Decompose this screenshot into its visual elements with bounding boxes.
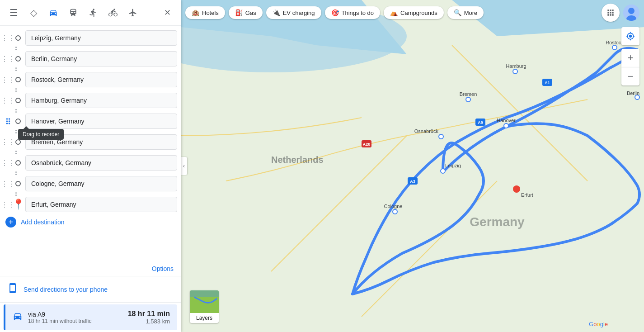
flight-mode-icon[interactable]: [124, 4, 142, 22]
waypoints-list: ⋮⋮ ⋮⋮: [0, 26, 181, 263]
svg-rect-37: [190, 290, 219, 297]
waypoint-input-4[interactable]: [25, 93, 177, 108]
svg-text:Hamburg: Hamburg: [506, 63, 526, 69]
waypoint-input-5[interactable]: [25, 114, 177, 129]
waypoint-icon-1: [13, 33, 24, 43]
route-info: via A9 18 hr 11 min without traffic: [28, 311, 122, 324]
search-icon[interactable]: ◇: [24, 4, 42, 22]
close-button[interactable]: ✕: [158, 4, 176, 22]
add-destination-row[interactable]: + Add destination: [0, 213, 181, 231]
drag-handle-3[interactable]: ⋮⋮: [4, 76, 13, 84]
send-directions-icon: [7, 283, 18, 296]
waypoint-row-1: ⋮⋮: [0, 29, 181, 47]
gas-label: Gas: [245, 9, 256, 16]
map-top-right: [602, 4, 639, 22]
transit-mode-icon[interactable]: [64, 4, 82, 22]
camp-icon: ⛺: [390, 9, 398, 16]
send-directions-label: Send directions to your phone: [24, 286, 108, 293]
map-topbar: 🏨 Hotels ⛽ Gas 🔌 EV charging 🎯 Things to…: [181, 0, 644, 25]
driving-mode-icon[interactable]: [44, 4, 62, 22]
svg-text:Erfurt: Erfurt: [521, 192, 533, 198]
waypoint-icon-8: [13, 178, 24, 189]
waypoint-input-1[interactable]: [25, 30, 177, 46]
svg-text:Germany: Germany: [470, 215, 525, 229]
waypoint-row-2: ⋮⋮: [0, 50, 181, 67]
drag-handle-7[interactable]: ⋮⋮: [4, 159, 13, 167]
hotels-pill[interactable]: 🏨 Hotels: [185, 6, 225, 19]
waypoint-row-5: Drag to reorder: [0, 113, 181, 130]
things-label: Things to do: [342, 9, 374, 16]
things-to-do-pill[interactable]: 🎯 Things to do: [325, 6, 381, 19]
cycling-mode-icon[interactable]: [104, 4, 122, 22]
waypoint-icon-2: [13, 53, 24, 64]
svg-text:A3: A3: [410, 179, 415, 184]
svg-point-13: [513, 185, 520, 193]
waypoint-icon-3: [13, 74, 24, 85]
drag-handle-1[interactable]: ⋮⋮: [4, 34, 13, 43]
svg-text:Bremen: Bremen: [460, 91, 477, 97]
walking-mode-icon[interactable]: [84, 4, 102, 22]
more-label: More: [464, 9, 478, 16]
svg-point-10: [466, 97, 470, 102]
layers-thumbnail: [190, 290, 219, 313]
waypoint-icon-9: 📍: [13, 199, 24, 210]
map-area[interactable]: Rostock Hamburg Berlin Bremen Hanover Os…: [181, 0, 644, 332]
drag-handle-6[interactable]: ⋮⋮: [4, 138, 13, 147]
user-avatar[interactable]: [623, 5, 639, 21]
waypoint-row-3: ⋮⋮: [0, 71, 181, 88]
waypoints-container: ⋮⋮ ⋮⋮: [0, 29, 181, 213]
layers-label: Layers: [196, 313, 212, 323]
svg-point-7: [612, 45, 617, 50]
sidebar-collapse-button[interactable]: ‹: [181, 157, 187, 175]
zoom-in-button[interactable]: +: [621, 49, 639, 67]
svg-point-34: [628, 8, 635, 14]
drag-handle-5[interactable]: [4, 117, 13, 126]
waypoint-row-4: ⋮⋮: [0, 92, 181, 109]
waypoint-input-3[interactable]: [25, 72, 177, 87]
route-via: via A9: [28, 311, 122, 318]
layers-button[interactable]: Layers: [190, 290, 219, 323]
route-distance: 1,583 km: [128, 318, 170, 325]
options-link[interactable]: Options: [152, 265, 174, 272]
route-time-dist: 18 hr 11 min 1,583 km: [128, 310, 170, 325]
drag-tooltip: Drag to reorder: [18, 129, 64, 140]
drag-handle-9[interactable]: ⋮⋮: [4, 200, 13, 209]
drag-handle-8[interactable]: ⋮⋮: [4, 180, 13, 188]
waypoint-input-2[interactable]: [25, 51, 177, 66]
more-pill[interactable]: 🔍 More: [447, 6, 484, 19]
waypoint-input-9[interactable]: [25, 197, 177, 212]
hotels-icon: 🏨: [192, 9, 199, 16]
drag-handle-2[interactable]: ⋮⋮: [4, 55, 13, 63]
waypoint-input-7[interactable]: [25, 155, 177, 171]
ev-label: EV charging: [283, 9, 315, 16]
map-controls-right: + −: [621, 27, 639, 85]
menu-icon[interactable]: ☰: [5, 4, 23, 22]
svg-text:A9: A9: [478, 120, 483, 125]
sidebar: ☰ ◇ ✕ ⋮⋮: [0, 0, 181, 332]
zoom-controls: + −: [621, 49, 639, 85]
waypoint-row-8: ⋮⋮: [0, 175, 181, 192]
apps-grid-button[interactable]: [602, 4, 620, 22]
route-traffic: 18 hr 11 min without traffic: [28, 318, 122, 324]
svg-text:Osnabrück: Osnabrück: [414, 128, 439, 134]
my-location-button[interactable]: [621, 27, 639, 45]
svg-point-9: [504, 123, 508, 128]
campgrounds-pill[interactable]: ⛺ Campgrounds: [384, 6, 444, 19]
gas-pill[interactable]: ⛽ Gas: [229, 6, 263, 19]
more-icon: 🔍: [454, 9, 461, 16]
add-destination-label: Add destination: [21, 218, 65, 226]
things-icon: 🎯: [331, 9, 339, 16]
drag-handle-4[interactable]: ⋮⋮: [4, 96, 13, 105]
route-car-icon: [13, 311, 23, 323]
add-destination-plus-icon: +: [5, 217, 16, 228]
waypoint-row-7: ⋮⋮: [0, 154, 181, 171]
waypoint-input-8[interactable]: [25, 176, 177, 191]
ev-charging-pill[interactable]: 🔌 EV charging: [266, 6, 321, 19]
route-card[interactable]: via A9 18 hr 11 min without traffic 18 h…: [4, 304, 177, 330]
svg-text:Cologne: Cologne: [384, 204, 403, 209]
camp-label: Campgrounds: [400, 9, 437, 16]
send-directions-row[interactable]: Send directions to your phone: [0, 276, 181, 303]
svg-text:Hanover: Hanover: [497, 118, 516, 123]
zoom-out-button[interactable]: −: [621, 67, 639, 85]
svg-point-11: [439, 134, 443, 139]
